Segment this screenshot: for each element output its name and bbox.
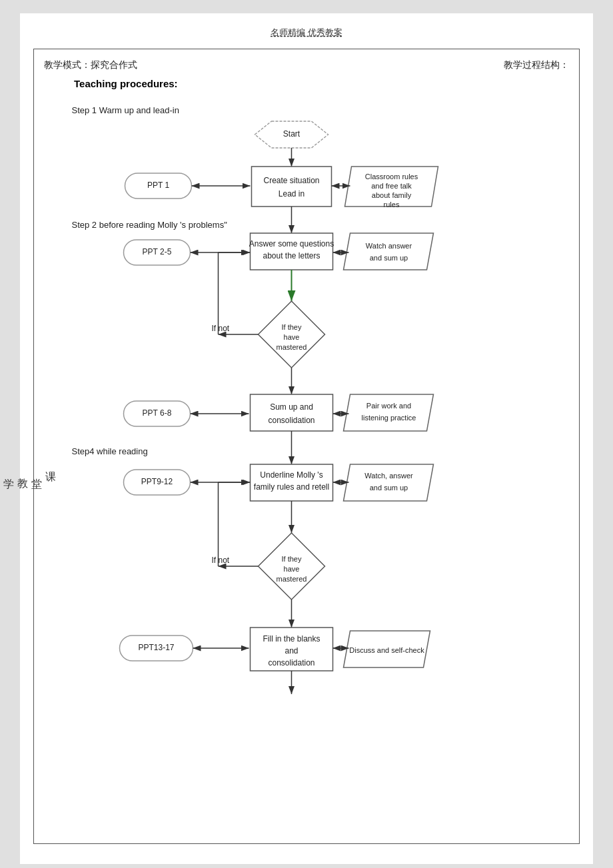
top-labels: 教学模式：探究合作式 教学过程结构： <box>34 56 579 78</box>
side-char-3: 教 <box>15 470 29 475</box>
flowchart-svg: Step 1 Warm up and lead-in Start Create … <box>57 95 579 827</box>
if-not2-label: If not <box>212 556 230 565</box>
ppt912-label: PPT9-12 <box>141 477 173 486</box>
diamond1-text1: If they <box>282 323 302 331</box>
top-label-right: 教学过程结构： <box>504 59 569 71</box>
pair-work-shape <box>344 394 434 431</box>
pair-work-text1: Pair work and <box>366 402 411 410</box>
step2-text: Step 2 before reading Molly 's problems" <box>72 220 228 230</box>
ppt1317-label: PPT13-17 <box>138 643 174 652</box>
ppt68-label: PPT 6-8 <box>143 408 172 418</box>
fill-blanks-text3: consolidation <box>268 658 314 667</box>
watch-answer-text2: and sum up <box>370 254 408 262</box>
step1-text: Step 1 Warm up and lead-in <box>72 105 179 115</box>
flow-area: Step 1 Warm up and lead-in Start Create … <box>57 95 579 830</box>
main-border: 教学模式：探究合作式 教学过程结构： Teaching procedures: … <box>33 49 580 844</box>
ppt25-label: PPT 2-5 <box>143 247 172 256</box>
classroom-rules-text4: rules <box>384 201 400 209</box>
answer-text2: about the letters <box>263 251 320 260</box>
watch-answer-shape <box>344 233 434 270</box>
watch-answer2-shape <box>344 464 434 501</box>
page: 名师精编 优秀教案 教学模式：探究合作式 教学过程结构： Teaching pr… <box>20 13 593 864</box>
step4-text: Step4 while reading <box>72 446 148 456</box>
underline-text2: family rules and retell <box>254 482 329 492</box>
underline-text1: Underline Molly 's <box>260 470 322 480</box>
fill-blanks-text1: Fill in the blanks <box>263 634 320 644</box>
ppt1-label: PPT 1 <box>147 181 169 190</box>
pair-work-text2: listening practice <box>362 414 416 422</box>
top-label-left: 教学模式：探究合作式 <box>44 59 137 71</box>
answer-text1: Answer some questions <box>249 239 334 248</box>
discuss-text: Discuss and self-check <box>349 646 424 654</box>
sumup-rect <box>251 394 333 431</box>
classroom-rules-text2: and free talk <box>371 182 412 190</box>
diamond1-text2: have <box>284 333 300 341</box>
watch-answer2-text1: Watch, answer <box>364 472 413 480</box>
side-char-4: 学 <box>1 470 15 475</box>
watch-answer-text1: Watch answer <box>366 242 412 250</box>
create-situation-rect <box>252 167 332 207</box>
side-char-5: 过 <box>0 470 1 475</box>
start-label: Start <box>283 129 301 139</box>
side-char-2: 堂 <box>29 470 43 475</box>
diamond2-text2: have <box>284 565 300 573</box>
classroom-rules-text1: Classroom rules <box>365 173 418 181</box>
classroom-rules-text3: about family <box>372 191 412 199</box>
teaching-procedures: Teaching procedures: <box>34 78 579 89</box>
side-char-1: 课 <box>43 463 57 468</box>
diamond1-text3: mastered <box>277 343 307 351</box>
content-area: 课 堂 教 学 过 程 结 构 的 设 计 <box>34 95 579 830</box>
if-not-label: If not <box>212 324 230 333</box>
sumup-text2: consolidation <box>268 416 314 425</box>
diamond2-text1: If they <box>282 555 302 563</box>
side-label: 课 堂 教 学 过 程 结 构 的 设 计 <box>37 95 57 830</box>
create-situation-text1: Create situation <box>263 176 319 185</box>
diamond2-text3: mastered <box>277 575 307 583</box>
header-title: 名师精编 优秀教案 <box>20 27 593 39</box>
watch-answer2-text2: and sum up <box>370 484 408 492</box>
create-situation-text2: Lead in <box>279 189 305 199</box>
fill-blanks-text2: and <box>285 646 298 655</box>
sumup-text1: Sum up and <box>270 402 313 412</box>
